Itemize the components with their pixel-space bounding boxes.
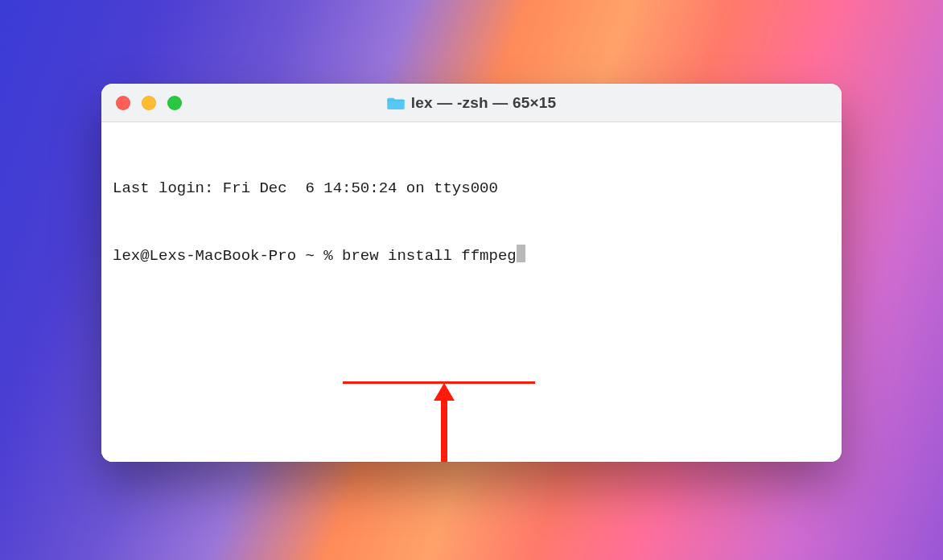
shell-command: brew install ffmpeg — [342, 245, 517, 267]
shell-prompt: lex@Lexs-MacBook-Pro ~ % — [113, 245, 342, 267]
svg-marker-0 — [434, 383, 455, 462]
prompt-line: lex@Lexs-MacBook-Pro ~ % brew install ff… — [113, 245, 830, 267]
folder-icon — [387, 96, 405, 110]
terminal-window: lex — -zsh — 65×15 Last login: Fri Dec 6… — [101, 84, 842, 462]
window-title-bar[interactable]: lex — -zsh — 65×15 — [101, 84, 842, 122]
close-button[interactable] — [116, 96, 130, 110]
window-title-text: lex — -zsh — 65×15 — [411, 94, 557, 112]
terminal-body[interactable]: Last login: Fri Dec 6 14:50:24 on ttys00… — [101, 122, 842, 462]
traffic-lights — [116, 96, 182, 110]
cursor — [517, 245, 525, 262]
annotation-arrow-icon — [432, 383, 456, 462]
last-login-line: Last login: Fri Dec 6 14:50:24 on ttys00… — [113, 177, 830, 200]
annotation-underline — [343, 381, 535, 384]
zoom-button[interactable] — [167, 96, 182, 110]
minimize-button[interactable] — [142, 96, 156, 110]
annotation-overlay — [113, 335, 167, 425]
window-title: lex — -zsh — 65×15 — [101, 94, 842, 112]
